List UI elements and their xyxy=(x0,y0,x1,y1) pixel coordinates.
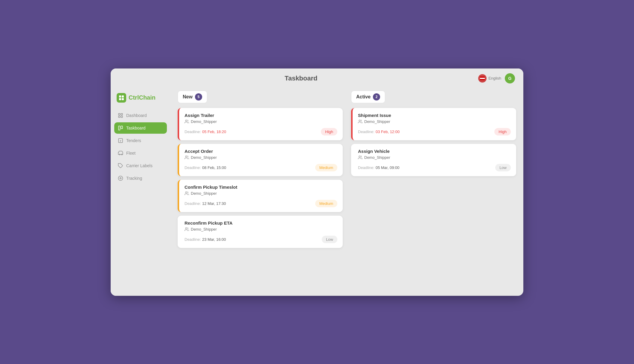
sidebar-item-tenders[interactable]: Tenders xyxy=(114,135,167,146)
svg-rect-3 xyxy=(119,95,121,98)
task-card-assign-vehicle[interactable]: Assign Vehicle Demo_Shipper xyxy=(351,144,516,176)
task-title: Reconfirm Pickup ETA xyxy=(185,220,337,226)
svg-point-16 xyxy=(118,176,123,180)
logo-area xyxy=(119,74,124,83)
column-title-new: New xyxy=(183,94,193,100)
deadline-value: 12 Mar, 17:30 xyxy=(202,201,226,206)
svg-rect-0 xyxy=(480,77,485,78)
header-right: English G xyxy=(478,73,515,83)
priority-badge: High xyxy=(321,128,337,135)
sidebar-item-carrier-labels[interactable]: Carrier Labels xyxy=(114,160,167,171)
task-card-assign-trailer[interactable]: Assign Trailer Demo_Shipper xyxy=(178,108,343,140)
column-new: New 5 Assign Trailer xyxy=(178,91,343,248)
svg-rect-7 xyxy=(118,113,120,115)
kanban-board: New 5 Assign Trailer xyxy=(178,88,516,248)
task-assignee: Demo_Shipper xyxy=(358,155,511,160)
task-title: Assign Vehicle xyxy=(358,149,511,154)
deadline-value: 23 Mar, 16:00 xyxy=(202,237,226,242)
svg-rect-5 xyxy=(119,98,121,100)
app-name: CtrlChain xyxy=(129,94,156,101)
deadline-row: Deadline: 05 Feb, 18:20 xyxy=(185,130,226,134)
svg-rect-1 xyxy=(480,78,485,79)
sidebar-label-taskboard: Taskboard xyxy=(126,126,146,130)
sidebar-label-carrier-labels: Carrier Labels xyxy=(126,163,153,168)
task-assignee: Demo_Shipper xyxy=(185,227,337,232)
task-card-confirm-pickup[interactable]: Confirm Pickup Timeslot Demo_Shipper xyxy=(178,180,343,212)
svg-point-13 xyxy=(119,154,120,155)
task-footer: Deadline: 12 Mar, 17:30 Medium xyxy=(185,200,337,207)
task-footer: Deadline: 08 Feb, 15:00 Medium xyxy=(185,164,337,171)
deadline-row: Deadline: 05 Mar, 09:00 xyxy=(358,165,399,170)
sidebar-item-dashboard[interactable]: Dashboard xyxy=(114,110,167,121)
logo-icon xyxy=(117,93,126,103)
deadline-value: 08 Feb, 15:00 xyxy=(202,165,226,170)
deadline-row: Deadline: 12 Mar, 17:30 xyxy=(185,201,226,206)
svg-rect-2 xyxy=(480,79,485,80)
svg-point-20 xyxy=(185,191,187,193)
svg-rect-9 xyxy=(118,116,120,117)
task-assignee: Demo_Shipper xyxy=(185,119,337,124)
svg-point-19 xyxy=(185,156,187,157)
main-content: New 5 Assign Trailer xyxy=(170,86,523,296)
priority-badge: Low xyxy=(495,164,511,171)
header: Taskboard English G xyxy=(111,68,523,86)
task-assignee: Demo_Shipper xyxy=(358,119,511,124)
task-footer: Deadline: 23 Mar, 16:00 Low xyxy=(185,236,337,243)
task-footer: Deadline: 03 Feb, 12:00 High xyxy=(358,128,511,135)
user-badge: English xyxy=(478,74,501,83)
page-title: Taskboard xyxy=(285,74,318,82)
deadline-value: 05 Mar, 09:00 xyxy=(376,165,400,170)
sidebar-label-tracking: Tracking xyxy=(126,176,142,181)
app-inner: CtrlChain Dashboard Taskboard xyxy=(111,86,523,296)
task-footer: Deadline: 05 Mar, 09:00 Low xyxy=(358,164,511,171)
svg-point-17 xyxy=(120,177,121,179)
priority-badge: Low xyxy=(322,236,337,243)
user-name-label: English xyxy=(488,76,501,80)
task-assignee: Demo_Shipper xyxy=(185,155,337,160)
logo: CtrlChain xyxy=(114,91,167,109)
user-flag-avatar xyxy=(478,74,487,83)
sidebar-item-fleet[interactable]: Fleet xyxy=(114,147,167,159)
column-header-active: Active 2 xyxy=(351,91,385,103)
avatar-initials: G xyxy=(508,76,512,81)
sidebar-label-tenders: Tenders xyxy=(126,138,141,143)
column-header-new: New 5 xyxy=(178,91,207,103)
svg-rect-10 xyxy=(121,116,123,117)
deadline-row: Deadline: 03 Feb, 12:00 xyxy=(358,130,400,134)
task-card-reconfirm-eta[interactable]: Reconfirm Pickup ETA Demo_Shipper xyxy=(178,216,343,248)
task-title: Confirm Pickup Timeslot xyxy=(185,185,337,190)
sidebar-item-taskboard[interactable]: Taskboard xyxy=(114,122,167,134)
deadline-row: Deadline: 23 Mar, 16:00 xyxy=(185,237,226,242)
svg-rect-12 xyxy=(121,126,123,129)
task-card-shipment-issue[interactable]: Shipment Issue Demo_Shipper xyxy=(351,108,516,140)
svg-rect-8 xyxy=(121,113,123,115)
user-avatar-main[interactable]: G xyxy=(505,73,515,83)
svg-rect-6 xyxy=(122,98,124,100)
svg-point-21 xyxy=(185,227,187,229)
column-title-active: Active xyxy=(356,94,371,100)
task-card-accept-order[interactable]: Accept Order Demo_Shipper xyxy=(178,144,343,176)
task-assignee: Demo_Shipper xyxy=(185,191,337,196)
svg-rect-11 xyxy=(118,126,120,130)
sidebar-label-dashboard: Dashboard xyxy=(126,113,147,118)
svg-point-14 xyxy=(121,154,122,155)
deadline-row: Deadline: 08 Feb, 15:00 xyxy=(185,165,226,170)
column-count-new: 5 xyxy=(195,93,202,100)
sidebar: CtrlChain Dashboard Taskboard xyxy=(111,86,170,296)
svg-point-22 xyxy=(359,120,360,121)
column-active: Active 2 Shipment Issue xyxy=(351,91,516,248)
priority-badge: High xyxy=(494,128,511,135)
deadline-value: 03 Feb, 12:00 xyxy=(376,130,400,134)
app-window: Taskboard English G xyxy=(111,68,523,296)
svg-point-18 xyxy=(185,120,187,121)
deadline-value: 05 Feb, 18:20 xyxy=(202,130,226,134)
task-title: Shipment Issue xyxy=(358,113,511,118)
sidebar-label-fleet: Fleet xyxy=(126,151,135,156)
priority-badge: Medium xyxy=(315,164,337,171)
task-title: Accept Order xyxy=(185,149,337,154)
column-count-active: 2 xyxy=(373,93,380,100)
priority-badge: Medium xyxy=(315,200,337,207)
svg-rect-4 xyxy=(122,95,124,98)
task-title: Assign Trailer xyxy=(185,113,337,118)
sidebar-item-tracking[interactable]: Tracking xyxy=(114,173,167,184)
